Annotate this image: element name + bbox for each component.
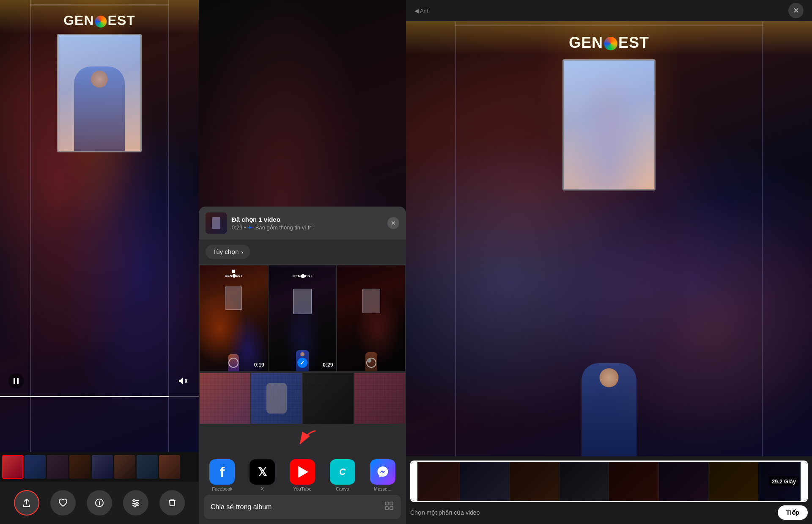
left-panel: GENEST [0,0,199,524]
scaffold-line [168,0,169,452]
right-header: ◀ Anh ✕ [406,0,812,21]
options-button[interactable]: Tùy chọn › [206,245,250,259]
scaffold-line [30,0,31,452]
share-album-row[interactable]: Chia sẻ trong album [204,495,401,519]
pixelate-overlay-3 [303,373,354,424]
video-cell-1[interactable]: GEN⬤EST 0:19 [200,265,268,371]
video-bg-3 [337,265,405,371]
share-close-button[interactable]: ✕ [387,217,399,229]
thumb-img [3,456,22,478]
delete-button[interactable] [159,490,185,516]
timeline-strip[interactable]: 29.2 Giây [410,461,808,502]
mute-button[interactable] [175,373,190,389]
facebook-label: Facebook [212,486,232,491]
x-twitter-app-item[interactable]: 𝕏 X [250,459,275,491]
progress-fill [0,396,169,397]
select-part-text: Chọn một phần của video [410,509,480,516]
youtube-app-item[interactable]: YouTube [290,459,315,491]
middle-panel: Đã chọn 1 video 0:29 • ✈ Bao gồm thông t… [199,0,406,524]
share-button[interactable] [14,490,39,516]
options-label: Tùy chọn [212,248,239,256]
thumbnail-item[interactable] [114,455,135,479]
photo-cell-2[interactable] [251,373,302,424]
share-meta: 0:29 • ✈ Bao gồm thông tin vị trí [232,224,382,231]
performer-head-left [91,71,108,88]
trash-icon [167,498,177,507]
thumbnail-item[interactable] [137,455,158,479]
share-sheet: Đã chọn 1 video 0:29 • ✈ Bao gồm thông t… [199,207,406,524]
info-button[interactable] [87,490,112,516]
svg-point-11 [134,505,136,507]
video-cell-3[interactable] [337,265,405,371]
timeline-selection-handles [410,461,808,502]
photo-cell-4[interactable] [354,373,405,424]
svg-rect-13 [385,502,388,505]
performer-left [74,66,125,151]
svg-point-9 [136,502,138,505]
thumb-stage [212,217,220,229]
photo-cell-3[interactable] [303,373,354,424]
video-select-1[interactable] [228,358,239,368]
pause-button[interactable] [8,373,24,389]
stage-screen-left [57,34,142,152]
video-grid: GEN⬤EST 0:19 GEN⬤EST [199,265,406,372]
edit-button[interactable] [123,490,148,516]
video-progress-bar[interactable] [0,396,199,397]
timeline-handle-right[interactable] [801,462,807,501]
youtube-icon[interactable] [290,459,315,485]
video-cell-2[interactable]: GEN⬤EST ✓ 0:29 [269,265,337,371]
person-shape-2 [266,383,287,414]
thumbnail-item[interactable] [69,455,91,479]
x-twitter-icon[interactable]: 𝕏 [250,459,275,485]
canva-app-item[interactable]: C Canva [330,459,355,491]
thumb-img [69,455,91,479]
thumbnail-item[interactable] [47,455,68,479]
video-bg-2: GEN⬤EST [269,265,337,371]
share-title: Đã chọn 1 video [232,216,382,223]
right-video-area[interactable]: GENEST [406,21,812,456]
heart-icon [58,498,68,507]
messenger-icon[interactable] [370,459,395,485]
timeline-handle-left[interactable] [411,462,417,501]
thumbnail-item[interactable] [2,455,23,479]
pixelate-overlay-1 [200,373,250,424]
svg-rect-14 [390,502,393,505]
video-bg-1: GEN⬤EST [200,265,268,371]
next-button[interactable]: Tiếp [778,505,808,520]
pause-bar-1 [14,378,15,384]
photo-cell-1[interactable] [200,373,250,424]
facebook-icon[interactable]: f [209,459,235,485]
share-info: Đã chọn 1 video 0:29 • ✈ Bao gồm thông t… [232,216,382,231]
thumb-img [159,455,180,479]
mute-icon [178,376,188,386]
right-panel: ◀ Anh ✕ GENEST [406,0,812,524]
video-duration-2: 0:29 [323,362,333,368]
video-select-2[interactable]: ✓ [297,358,307,368]
chevron-right-icon: › [241,248,243,256]
canva-icon[interactable]: C [330,459,355,485]
left-video-player[interactable]: GENEST [0,0,199,452]
album-share-icon [384,501,394,511]
right-close-button[interactable]: ✕ [788,3,804,18]
like-button[interactable] [50,490,76,516]
share-album-icon [384,501,394,513]
thumbnail-strip[interactable] [0,452,199,482]
bullet-separator: • [244,224,247,231]
svg-rect-15 [385,507,388,510]
messenger-app-item[interactable]: Messe... [370,459,395,491]
svg-rect-16 [390,507,393,510]
timeline-bottom-row: Chọn một phần của video Tiếp [410,505,808,520]
thumbnail-item[interactable] [159,455,180,479]
thumbnail-item[interactable] [92,455,113,479]
messenger-logo-svg [376,465,390,479]
bottom-timeline: 29.2 Giây Chọn một phần của video Tiếp [406,456,812,524]
sliders-icon [131,498,140,507]
share-thumbnail [206,212,227,234]
video-duration-1: 0:19 [254,362,264,368]
canva-letter: C [339,466,346,477]
video-select-3[interactable] [366,358,376,368]
stage-lights-left [0,0,199,34]
thumb-img [137,455,158,479]
facebook-app-item[interactable]: f Facebook [209,459,235,491]
thumbnail-item[interactable] [25,455,46,479]
